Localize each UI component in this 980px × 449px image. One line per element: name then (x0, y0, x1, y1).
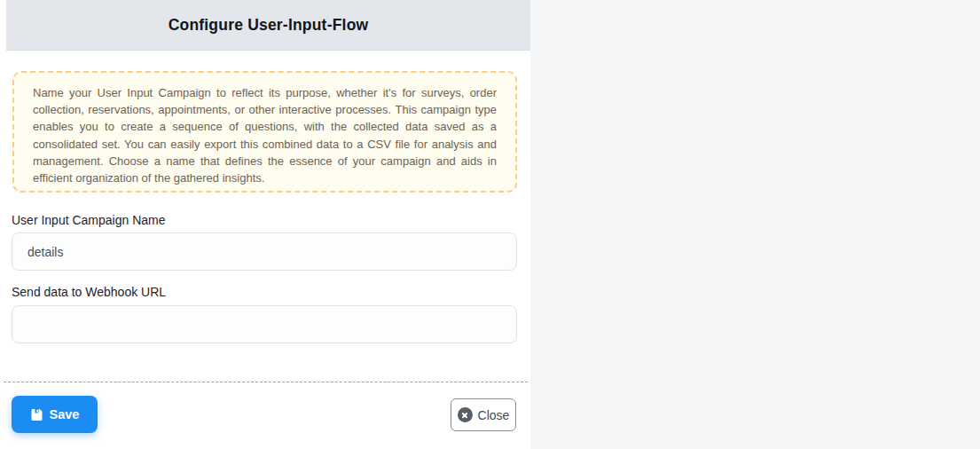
webhook-url-label: Send data to Webhook URL (12, 285, 166, 299)
campaign-name-label: User Input Campaign Name (12, 213, 166, 227)
save-icon (30, 408, 43, 421)
modal-title: Configure User-Input-Flow (169, 16, 369, 35)
close-button-label: Close (478, 408, 510, 422)
screen: Configure User-Input-Flow Name your User… (0, 0, 980, 449)
save-button-label: Save (50, 407, 80, 421)
configure-flow-modal: Configure User-Input-Flow Name your User… (0, 0, 530, 449)
close-button[interactable]: Close (451, 398, 516, 431)
save-button[interactable]: Save (12, 396, 98, 433)
modal-footer-divider (4, 382, 528, 382)
flow-canvas[interactable]: User Input Flow Sent (530, 0, 980, 449)
close-x-icon (458, 407, 473, 422)
webhook-url-input[interactable] (12, 305, 517, 343)
campaign-info-notice: Name your User Input Campaign to reflect… (12, 71, 517, 193)
modal-header: Configure User-Input-Flow (6, 0, 530, 51)
campaign-name-input[interactable] (12, 232, 517, 271)
